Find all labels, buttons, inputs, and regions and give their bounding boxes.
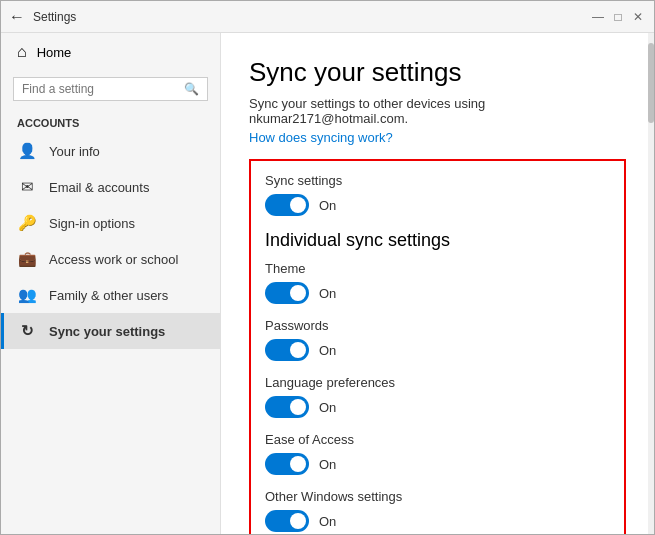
your-info-icon: 👤	[17, 142, 37, 160]
scrollbar-thumb[interactable]	[648, 43, 654, 123]
other-windows-label: Other Windows settings	[265, 489, 610, 504]
window-body: ⌂ Home 🔍 Accounts 👤 Your info ✉ Email & …	[1, 33, 654, 534]
sidebar-item-email-label: Email & accounts	[49, 180, 149, 195]
sidebar-item-sync[interactable]: ↻ Sync your settings	[1, 313, 220, 349]
sidebar-item-family[interactable]: 👥 Family & other users	[1, 277, 220, 313]
maximize-button[interactable]: □	[610, 9, 626, 25]
sync-toggle-row: On	[265, 194, 610, 216]
other-toggle-value: On	[319, 514, 336, 529]
work-icon: 💼	[17, 250, 37, 268]
language-toggle-row: On	[265, 396, 610, 418]
sync-toggle[interactable]	[265, 194, 309, 216]
ease-toggle-value: On	[319, 457, 336, 472]
settings-window: ← Settings — □ ✕ ⌂ Home 🔍 Accounts 👤 You…	[0, 0, 655, 535]
page-subtitle: Sync your settings to other devices usin…	[249, 96, 626, 126]
ease-toggle-row: On	[265, 453, 610, 475]
sidebar-item-access-work[interactable]: 💼 Access work or school	[1, 241, 220, 277]
title-bar-left: ← Settings	[9, 8, 76, 26]
minimize-button[interactable]: —	[590, 9, 606, 25]
accounts-section-label: Accounts	[1, 107, 220, 133]
window-controls: — □ ✕	[590, 9, 646, 25]
sidebar-item-sign-in[interactable]: 🔑 Sign-in options	[1, 205, 220, 241]
sign-in-icon: 🔑	[17, 214, 37, 232]
sidebar-item-home[interactable]: ⌂ Home	[1, 33, 220, 71]
sidebar-item-sync-label: Sync your settings	[49, 324, 165, 339]
sidebar-item-access-work-label: Access work or school	[49, 252, 178, 267]
family-icon: 👥	[17, 286, 37, 304]
title-bar: ← Settings — □ ✕	[1, 1, 654, 33]
sync-toggle-value: On	[319, 198, 336, 213]
sidebar-item-sign-in-label: Sign-in options	[49, 216, 135, 231]
email-icon: ✉	[17, 178, 37, 196]
sync-settings-box: Sync settings On Individual sync setting…	[249, 159, 626, 534]
scrollbar-track[interactable]	[648, 33, 654, 534]
other-toggle[interactable]	[265, 510, 309, 532]
theme-toggle-value: On	[319, 286, 336, 301]
home-icon: ⌂	[17, 43, 27, 61]
search-box[interactable]: 🔍	[13, 77, 208, 101]
ease-label: Ease of Access	[265, 432, 610, 447]
theme-toggle[interactable]	[265, 282, 309, 304]
window-title: Settings	[33, 10, 76, 24]
back-button[interactable]: ←	[9, 8, 25, 26]
passwords-toggle[interactable]	[265, 339, 309, 361]
sync-settings-label: Sync settings	[265, 173, 610, 188]
passwords-label: Passwords	[265, 318, 610, 333]
close-button[interactable]: ✕	[630, 9, 646, 25]
sidebar-item-your-info-label: Your info	[49, 144, 100, 159]
sync-icon: ↻	[17, 322, 37, 340]
individual-sync-title: Individual sync settings	[265, 230, 610, 251]
sidebar-item-family-label: Family & other users	[49, 288, 168, 303]
ease-toggle[interactable]	[265, 453, 309, 475]
language-label: Language preferences	[265, 375, 610, 390]
theme-label: Theme	[265, 261, 610, 276]
theme-toggle-row: On	[265, 282, 610, 304]
language-toggle[interactable]	[265, 396, 309, 418]
sidebar-item-your-info[interactable]: 👤 Your info	[1, 133, 220, 169]
search-icon: 🔍	[184, 82, 199, 96]
passwords-toggle-row: On	[265, 339, 610, 361]
passwords-toggle-value: On	[319, 343, 336, 358]
search-input[interactable]	[22, 82, 184, 96]
sidebar-item-email-accounts[interactable]: ✉ Email & accounts	[1, 169, 220, 205]
main-content: Sync your settings Sync your settings to…	[221, 33, 654, 534]
sidebar: ⌂ Home 🔍 Accounts 👤 Your info ✉ Email & …	[1, 33, 221, 534]
page-title: Sync your settings	[249, 57, 626, 88]
language-toggle-value: On	[319, 400, 336, 415]
home-label: Home	[37, 45, 72, 60]
how-syncing-link[interactable]: How does syncing work?	[249, 130, 626, 145]
other-toggle-row: On	[265, 510, 610, 532]
